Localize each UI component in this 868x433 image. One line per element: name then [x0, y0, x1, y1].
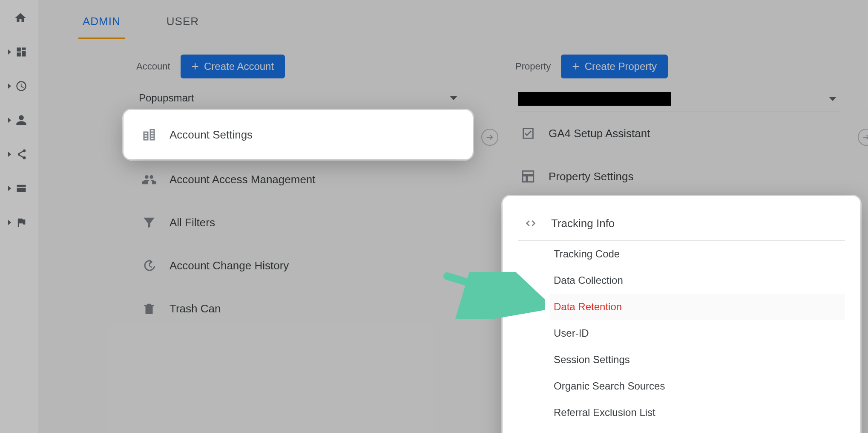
expand-icon	[8, 152, 11, 157]
nav-realtime[interactable]	[4, 78, 34, 95]
caret-down-icon	[450, 96, 457, 100]
tab-admin[interactable]: ADMIN	[77, 6, 126, 38]
nav-customization[interactable]	[4, 43, 34, 61]
expand-icon	[8, 84, 11, 89]
share-icon	[15, 148, 27, 160]
account-change-history[interactable]: Account Change History	[136, 244, 460, 287]
row-label: Property Settings	[549, 170, 633, 183]
referral-exclusion-list[interactable]: Referral Exclusion List	[549, 399, 845, 426]
organic-search-sources[interactable]: Organic Search Sources	[549, 373, 845, 399]
account-settings-highlight: Account Settings	[124, 110, 473, 159]
move-right-property[interactable]	[858, 129, 868, 146]
move-right-account[interactable]	[481, 129, 498, 146]
admin-tabs: ADMIN USER	[77, 4, 205, 38]
left-nav-rail	[0, 0, 38, 433]
property-selector[interactable]	[515, 88, 839, 112]
history-icon	[141, 257, 158, 274]
expand-icon	[8, 186, 11, 191]
filter-icon	[141, 214, 158, 231]
session-settings[interactable]: Session Settings	[549, 346, 845, 373]
expand-icon	[8, 220, 11, 225]
trash-icon	[141, 300, 158, 317]
user-id[interactable]: User-ID	[549, 320, 845, 346]
nav-conversions[interactable]	[4, 214, 34, 231]
nav-behavior[interactable]	[4, 180, 34, 197]
row-label: Trash Can	[170, 302, 221, 315]
create-property-button[interactable]: + Create Property	[561, 55, 668, 78]
arrow-right-icon	[485, 133, 494, 142]
row-label: Account Access Management	[170, 173, 316, 186]
account-settings[interactable]: Account Settings	[136, 113, 460, 157]
data-collection[interactable]: Data Collection	[549, 267, 845, 294]
layout-icon	[520, 168, 537, 185]
account-selector[interactable]: Popupsmart	[136, 88, 460, 110]
home-icon	[14, 12, 27, 24]
account-access-management[interactable]: Account Access Management	[136, 158, 460, 201]
tab-user[interactable]: USER	[161, 6, 205, 38]
people-icon	[141, 171, 158, 188]
expand-icon	[8, 49, 11, 55]
create-property-label: Create Property	[585, 61, 657, 72]
nav-audience[interactable]	[4, 112, 34, 129]
dashboard-icon	[15, 46, 27, 58]
property-label: Property	[515, 61, 551, 72]
property-settings[interactable]: Property Settings	[515, 155, 839, 198]
property-selected-redacted	[518, 92, 671, 106]
plus-icon: +	[192, 62, 199, 71]
building-icon	[141, 126, 158, 143]
clock-icon	[15, 80, 27, 92]
arrow-right-icon	[862, 133, 868, 142]
person-icon	[15, 114, 27, 126]
row-label: Account Change History	[170, 259, 289, 272]
row-label: Account Settings	[170, 128, 253, 141]
row-label: GA4 Setup Assistant	[549, 127, 650, 140]
flag-icon	[15, 216, 27, 228]
data-retention[interactable]: Data Retention	[549, 294, 845, 320]
checkbox-icon	[520, 125, 537, 142]
code-icon	[522, 215, 539, 232]
create-account-button[interactable]: + Create Account	[181, 55, 285, 78]
create-account-label: Create Account	[204, 61, 274, 72]
web-icon	[15, 182, 27, 194]
all-filters[interactable]: All Filters	[136, 201, 460, 244]
tracking-code[interactable]: Tracking Code	[549, 241, 845, 267]
tracking-info-highlight: Tracking Info Tracking Code Data Collect…	[503, 196, 860, 433]
row-label: Tracking Info	[551, 217, 615, 230]
trash-can[interactable]: Trash Can	[136, 287, 460, 330]
property-column: Property + Create Property GA4 Setup Ass…	[515, 55, 839, 198]
search-term-exclusion-list[interactable]: Search Term Exclusion List	[549, 426, 845, 433]
account-label: Account	[136, 61, 170, 72]
plus-icon: +	[572, 62, 580, 71]
account-column: Account + Create Account Popupsmart Acco…	[136, 55, 460, 330]
expand-icon	[8, 118, 11, 123]
nav-acquisition[interactable]	[4, 146, 34, 163]
account-selected: Popupsmart	[139, 92, 194, 104]
ga4-setup-assistant[interactable]: GA4 Setup Assistant	[515, 112, 839, 155]
tracking-info[interactable]: Tracking Info	[518, 206, 845, 241]
row-label: All Filters	[170, 216, 215, 229]
caret-down-icon	[829, 97, 836, 101]
nav-home[interactable]	[4, 9, 34, 26]
